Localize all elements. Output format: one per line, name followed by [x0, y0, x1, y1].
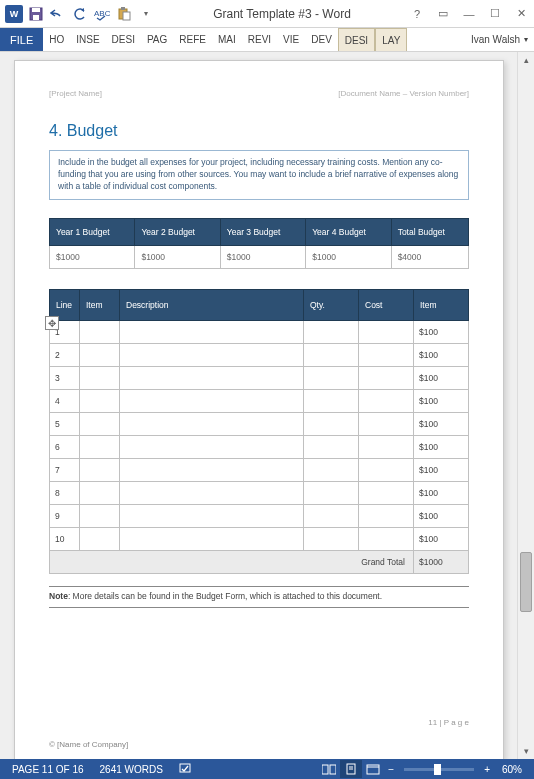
budget-cell[interactable]: $1000 [50, 245, 135, 268]
table-row[interactable]: 7$100 [50, 458, 469, 481]
paste-icon[interactable] [114, 4, 134, 24]
table-move-handle-icon[interactable]: ✥ [45, 316, 59, 330]
line-cell[interactable] [304, 412, 359, 435]
file-tab[interactable]: FILE [0, 28, 43, 51]
line-cell[interactable]: 4 [50, 389, 80, 412]
undo-icon[interactable] [48, 4, 68, 24]
line-cell[interactable]: 5 [50, 412, 80, 435]
tab-page-layout[interactable]: PAG [141, 28, 173, 51]
scroll-down-icon[interactable]: ▾ [518, 743, 534, 759]
line-cell[interactable] [80, 343, 120, 366]
line-cell[interactable] [304, 343, 359, 366]
table-row[interactable]: 8$100 [50, 481, 469, 504]
zoom-slider[interactable] [404, 768, 474, 771]
line-cell[interactable] [359, 435, 414, 458]
line-cell[interactable] [120, 412, 304, 435]
zoom-out-icon[interactable]: − [384, 764, 398, 775]
line-cell[interactable] [80, 435, 120, 458]
tab-insert[interactable]: INSE [70, 28, 105, 51]
tab-table-layout[interactable]: LAY [375, 28, 407, 51]
ribbon-display-icon[interactable]: ▭ [430, 3, 456, 25]
line-cell[interactable] [359, 481, 414, 504]
line-cell[interactable] [80, 320, 120, 343]
line-cell[interactable] [304, 527, 359, 550]
tab-mailings[interactable]: MAI [212, 28, 242, 51]
line-cell[interactable] [359, 320, 414, 343]
qat-customize-icon[interactable]: ▾ [136, 4, 156, 24]
line-cell[interactable]: 7 [50, 458, 80, 481]
line-header[interactable]: Qty. [304, 289, 359, 320]
scrollbar-thumb[interactable] [520, 552, 532, 612]
user-account[interactable]: Ivan Walsh ▾ [465, 28, 534, 51]
tab-references[interactable]: REFE [173, 28, 212, 51]
status-proofing-icon[interactable] [171, 763, 201, 775]
instruction-box[interactable]: Include in the budget all expenses for y… [49, 150, 469, 200]
line-cell[interactable]: 3 [50, 366, 80, 389]
line-cell[interactable] [359, 504, 414, 527]
close-icon[interactable]: ✕ [508, 3, 534, 25]
table-row[interactable]: 10$100 [50, 527, 469, 550]
help-icon[interactable]: ? [404, 3, 430, 25]
table-row[interactable]: 1$100 [50, 320, 469, 343]
line-cell[interactable] [304, 458, 359, 481]
line-cell[interactable] [304, 320, 359, 343]
zoom-level[interactable]: 60% [494, 764, 530, 775]
minimize-icon[interactable]: — [456, 3, 482, 25]
line-cell[interactable]: $100 [414, 458, 469, 481]
line-header[interactable]: Item [80, 289, 120, 320]
line-header[interactable]: Cost [359, 289, 414, 320]
line-cell[interactable] [120, 481, 304, 504]
status-words[interactable]: 2641 WORDS [92, 764, 171, 775]
line-cell[interactable] [120, 435, 304, 458]
scroll-up-icon[interactable]: ▴ [518, 52, 534, 68]
line-cell[interactable] [120, 458, 304, 481]
vertical-scrollbar[interactable]: ▴ ▾ [517, 52, 534, 759]
budget-cell[interactable]: $1000 [135, 245, 220, 268]
budget-cell[interactable]: $1000 [306, 245, 391, 268]
line-cell[interactable]: $100 [414, 343, 469, 366]
line-cell[interactable] [120, 343, 304, 366]
line-cell[interactable] [359, 389, 414, 412]
tab-home[interactable]: HO [43, 28, 70, 51]
budget-header[interactable]: Total Budget [391, 218, 468, 245]
line-cell[interactable] [359, 343, 414, 366]
table-row[interactable]: 9$100 [50, 504, 469, 527]
line-cell[interactable]: 9 [50, 504, 80, 527]
line-cell[interactable]: 2 [50, 343, 80, 366]
tab-table-design[interactable]: DESI [338, 28, 375, 51]
spellcheck-icon[interactable]: ABC [92, 4, 112, 24]
line-cell[interactable] [80, 389, 120, 412]
line-cell[interactable]: $100 [414, 366, 469, 389]
read-mode-icon[interactable] [318, 760, 340, 778]
line-cell[interactable] [304, 504, 359, 527]
print-layout-icon[interactable] [340, 760, 362, 778]
line-cell[interactable]: 10 [50, 527, 80, 550]
budget-header[interactable]: Year 3 Budget [220, 218, 305, 245]
line-cell[interactable] [80, 481, 120, 504]
line-item-table[interactable]: Line Item Description Qty. Cost Item 1$1… [49, 289, 469, 574]
redo-icon[interactable] [70, 4, 90, 24]
line-header[interactable]: Description [120, 289, 304, 320]
tab-design[interactable]: DESI [106, 28, 141, 51]
line-cell[interactable] [120, 504, 304, 527]
note-text[interactable]: Note: More details can be found in the B… [49, 586, 469, 608]
grand-total-label[interactable]: Grand Total [50, 550, 414, 573]
line-cell[interactable] [304, 389, 359, 412]
line-cell[interactable]: 6 [50, 435, 80, 458]
line-cell[interactable] [120, 527, 304, 550]
line-cell[interactable] [304, 481, 359, 504]
zoom-in-icon[interactable]: + [480, 764, 494, 775]
document-page[interactable]: [Project Name] [Document Name – Version … [14, 60, 504, 759]
budget-header[interactable]: Year 2 Budget [135, 218, 220, 245]
line-cell[interactable] [80, 412, 120, 435]
table-row[interactable]: 3$100 [50, 366, 469, 389]
line-cell[interactable] [359, 412, 414, 435]
budget-summary-table[interactable]: Year 1 Budget Year 2 Budget Year 3 Budge… [49, 218, 469, 269]
line-cell[interactable] [304, 366, 359, 389]
tab-review[interactable]: REVI [242, 28, 277, 51]
budget-cell[interactable]: $1000 [220, 245, 305, 268]
line-cell[interactable] [120, 389, 304, 412]
budget-header[interactable]: Year 1 Budget [50, 218, 135, 245]
line-cell[interactable] [80, 458, 120, 481]
line-cell[interactable] [304, 435, 359, 458]
